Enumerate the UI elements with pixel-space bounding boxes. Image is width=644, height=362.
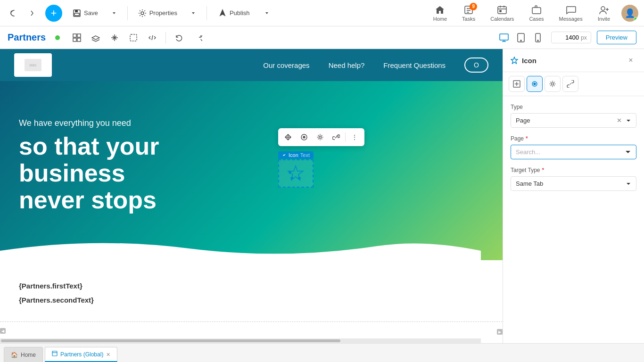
code-icon[interactable]	[145, 30, 160, 45]
tasks-nav[interactable]: 9 Tasks	[458, 3, 479, 24]
svg-marker-4	[220, 10, 225, 16]
page-field-label: Page *	[511, 135, 636, 142]
partners-tab-icon	[52, 351, 58, 358]
panel-tab-style[interactable]	[527, 76, 543, 92]
nav-help[interactable]: Need help?	[329, 61, 365, 69]
properties-label: Properties	[149, 9, 177, 16]
panel-tab-link[interactable]	[562, 76, 578, 92]
svg-rect-13	[73, 38, 76, 41]
svg-point-3	[141, 12, 144, 15]
cases-nav[interactable]: Cases	[525, 3, 547, 24]
tab-partners[interactable]: Partners (Global) ×	[45, 347, 117, 362]
select-icon[interactable]	[126, 30, 141, 45]
tab-home[interactable]: 🏠 Home	[4, 347, 43, 362]
ft-style-icon[interactable]	[297, 130, 311, 144]
hero-title: so that your business never stops	[19, 133, 255, 214]
properties-button[interactable]: Properties	[133, 6, 182, 20]
preview-button[interactable]: Preview	[597, 31, 636, 44]
invite-nav[interactable]: Invite	[594, 3, 614, 24]
type-select[interactable]: Page ✕	[511, 113, 636, 128]
home-tab-label: Home	[21, 352, 36, 358]
svg-point-28	[298, 177, 300, 179]
home-tab-icon: 🏠	[11, 352, 18, 358]
hero-section: We have everything you need so that your…	[0, 81, 503, 260]
scroll-left-btn[interactable]: ◀	[0, 328, 6, 334]
page-search-placeholder: Search...	[516, 148, 540, 156]
bottom-tabs: 🏠 Home Partners (Global) ×	[0, 343, 644, 362]
mobile-viewport[interactable]	[530, 30, 545, 45]
target-type-select[interactable]: Same Tab	[511, 176, 636, 191]
viewport-icons	[496, 30, 545, 45]
redo-icon[interactable]	[190, 30, 206, 45]
type-field-group: Type Page ✕	[511, 104, 636, 128]
ft-move-icon[interactable]	[281, 130, 295, 144]
icon-label: Icon	[289, 152, 298, 158]
add-button[interactable]: +	[45, 5, 62, 22]
icon-element[interactable]	[278, 159, 314, 188]
panel-title-text: Icon	[522, 57, 537, 65]
forward-icon[interactable]	[25, 6, 40, 21]
properties-dropdown[interactable]	[186, 6, 201, 21]
svg-point-25	[319, 136, 322, 139]
save-dropdown[interactable]	[107, 6, 122, 21]
floating-toolbar: ⋮	[278, 128, 364, 146]
nav-faq[interactable]: Frequent Questions	[383, 61, 446, 69]
svg-point-18	[520, 40, 521, 41]
page-search-field[interactable]: Search...	[511, 145, 636, 159]
target-chevron-icon	[626, 181, 631, 187]
scroll-right-btn[interactable]: ▶	[497, 329, 503, 335]
canvas[interactable]: IMG Our coverages Need help? Frequent Qu…	[0, 49, 503, 343]
publish-button[interactable]: Publish	[213, 6, 256, 20]
site-logo: IMG	[14, 53, 52, 77]
grid-icon[interactable]	[69, 30, 84, 45]
page-field-group: Page * Search...	[511, 135, 636, 159]
ft-settings-icon[interactable]	[313, 130, 327, 144]
nav-cta[interactable]: O	[464, 58, 488, 73]
save-button[interactable]: Save	[68, 6, 103, 20]
calendars-nav[interactable]: Calendars	[487, 3, 518, 24]
type-clear-btn[interactable]: ✕	[615, 117, 624, 124]
toolbar-right: Home 9 Tasks Calendars	[429, 3, 638, 24]
calendars-label: Calendars	[490, 16, 514, 22]
h-scrollbar[interactable]	[0, 338, 481, 343]
panel-body: Type Page ✕ Page	[503, 96, 644, 206]
toolbar-left: + Save Properties	[6, 5, 428, 22]
star-icon	[511, 57, 518, 64]
panel-tab-settings[interactable]	[545, 76, 561, 92]
save-label: Save	[84, 9, 98, 16]
nav-coverages[interactable]: Our coverages	[263, 61, 309, 69]
user-avatar[interactable]: 👤	[621, 5, 638, 22]
viewport-width-input[interactable]	[555, 34, 579, 41]
viewport-unit: px	[581, 34, 587, 41]
messages-label: Messages	[559, 16, 583, 22]
type-value: Page	[516, 117, 530, 124]
panel-close-button[interactable]: ×	[625, 55, 636, 66]
svg-rect-15	[130, 34, 137, 41]
svg-point-24	[303, 136, 305, 138]
layers-icon[interactable]	[88, 30, 103, 45]
icon-element-wrapper: Icon Text	[278, 151, 314, 188]
partners-tab-close[interactable]: ×	[106, 351, 110, 358]
ft-more-icon[interactable]: ⋮	[347, 130, 362, 144]
divider-1	[127, 6, 128, 20]
desktop-viewport[interactable]	[496, 30, 512, 45]
ft-link-icon[interactable]	[329, 130, 343, 144]
messages-nav[interactable]: Messages	[555, 3, 586, 24]
ft-divider	[345, 132, 346, 142]
panel-tab-position[interactable]	[509, 76, 525, 92]
undo-icon[interactable]	[172, 30, 187, 45]
type-field-label: Type	[511, 104, 636, 110]
publish-dropdown[interactable]	[259, 6, 274, 21]
back-icon[interactable]	[6, 6, 21, 21]
home-nav[interactable]: Home	[429, 3, 451, 24]
svg-rect-7	[498, 7, 506, 14]
navigation-icon[interactable]	[107, 30, 122, 45]
template-text-2: {Partners.secondText}	[19, 293, 484, 307]
template-text-1: {Partners.firstText}	[19, 279, 484, 293]
sec-divider-1	[165, 32, 166, 43]
tablet-viewport[interactable]	[513, 30, 528, 45]
svg-text:IMG: IMG	[29, 63, 36, 67]
hero-title-line2: never stops	[19, 186, 157, 214]
type-chevron-icon	[626, 118, 631, 123]
icon-label-tab: Icon Text	[278, 151, 314, 159]
